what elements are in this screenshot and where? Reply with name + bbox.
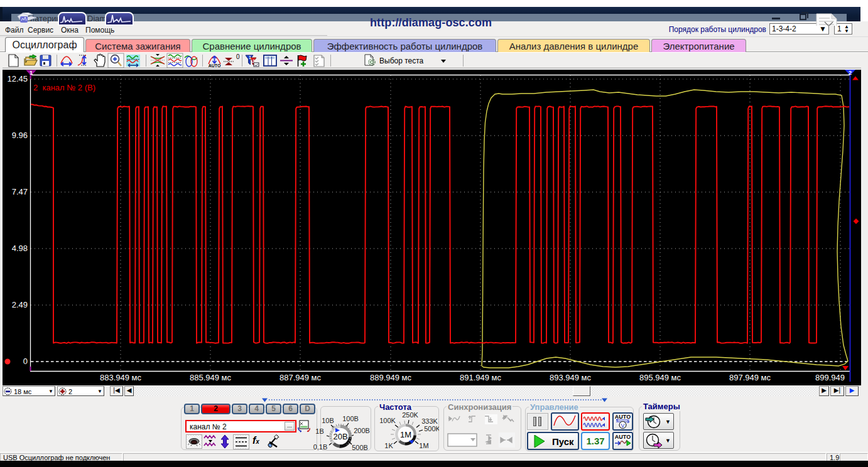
svg-text:887.949 мс: 887.949 мс (279, 373, 322, 382)
svg-text:100K: 100K (379, 417, 396, 424)
svg-text:891.949 мс: 891.949 мс (460, 373, 502, 382)
svg-text:Выбор теста: Выбор теста (379, 56, 424, 65)
svg-text:893.949 мс: 893.949 мс (550, 373, 592, 382)
svg-text:885.949 мс: 885.949 мс (190, 373, 232, 382)
svg-text:1М: 1М (400, 430, 411, 439)
svg-text:0,1В: 0,1В (313, 443, 328, 451)
svg-text:AUTO: AUTO (615, 434, 631, 440)
svg-text:2: 2 (849, 70, 852, 76)
svg-text:12.45: 12.45 (7, 74, 28, 83)
svg-text:895.949 мс: 895.949 мс (639, 373, 681, 382)
svg-text:2 канал № 2 (В): 2 канал № 2 (В) (33, 83, 95, 92)
svg-text:1: 1 (30, 70, 33, 76)
svg-text:1K: 1K (384, 442, 393, 449)
svg-text:2.49: 2.49 (12, 300, 28, 309)
svg-text:889.949 мс: 889.949 мс (370, 373, 412, 382)
svg-text:0: 0 (23, 357, 28, 366)
svg-text:899.949: 899.949 (815, 373, 845, 382)
svg-text:1: 1 (249, 55, 251, 60)
svg-text:1М: 1М (419, 442, 428, 449)
svg-text:20В: 20В (333, 432, 347, 441)
svg-text:100В: 100В (342, 415, 359, 422)
svg-text:897.949 мс: 897.949 мс (729, 373, 771, 382)
svg-text:10В: 10В (322, 417, 334, 424)
svg-text:333K: 333K (421, 417, 438, 425)
svg-text:0: 0 (236, 53, 240, 60)
svg-text:883.949 мс: 883.949 мс (100, 373, 142, 382)
svg-text:200В: 200В (354, 427, 370, 434)
svg-text:500K: 500K (424, 425, 439, 432)
svg-text:9.96: 9.96 (12, 131, 28, 140)
svg-text:V: V (621, 422, 624, 429)
svg-text:500В: 500В (352, 444, 368, 451)
svg-text:250K: 250K (402, 411, 418, 419)
svg-text:AUTO: AUTO (209, 63, 221, 68)
svg-text:1В: 1В (315, 427, 323, 435)
svg-text:4.98: 4.98 (12, 244, 28, 253)
svg-text:7.47: 7.47 (12, 187, 28, 196)
